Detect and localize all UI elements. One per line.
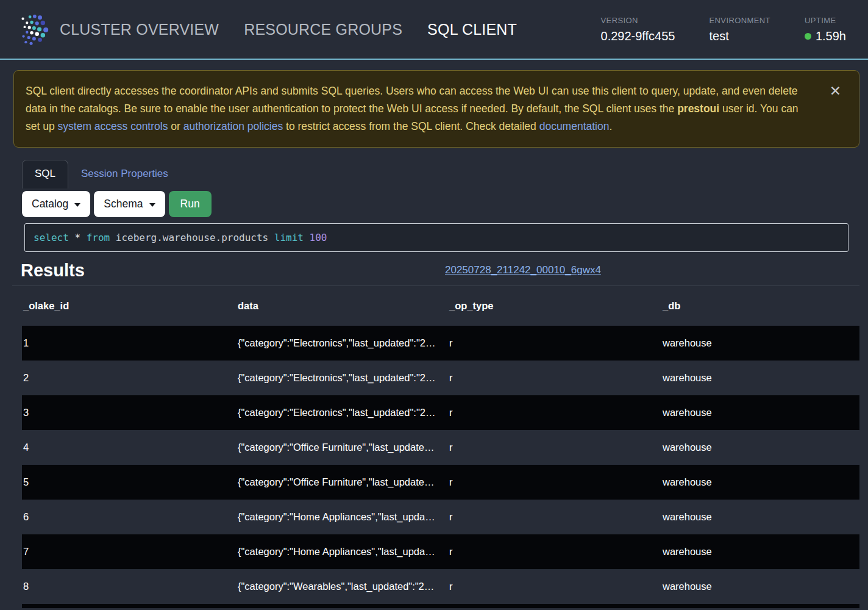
run-button[interactable]: Run <box>169 191 212 217</box>
table-row-partial <box>22 604 859 608</box>
query-toolbar: Catalog Schema Run <box>22 191 859 217</box>
cell-data: {"category":"Office Furniture","last_upd… <box>237 442 448 453</box>
results-table-header: _olake_id data _op_type _db <box>22 286 859 326</box>
uptime-text: 1.59h <box>816 29 846 43</box>
cell-olake-id: 1 <box>22 337 237 349</box>
sql-client-warning-banner: SQL client directly accesses the coordin… <box>13 70 859 148</box>
version-stat: VERSION 0.292-9ffc455 <box>601 16 675 43</box>
presto-logo-icon <box>16 11 49 48</box>
column-header-db: _db <box>661 300 859 312</box>
catalog-dropdown[interactable]: Catalog <box>22 191 90 217</box>
cell-olake-id: 4 <box>22 442 237 453</box>
cell-op-type: r <box>448 546 661 558</box>
nav-item-sql-client[interactable]: SQL CLIENT <box>427 21 517 38</box>
cell-data: {"category":"Electronics","last_updated"… <box>237 407 448 418</box>
cell-db: warehouse <box>661 581 859 592</box>
table-row: 4 {"category":"Office Furniture","last_u… <box>22 430 859 465</box>
cell-op-type: r <box>448 407 661 418</box>
environment-stat: ENVIRONMENT test <box>709 16 770 43</box>
cell-olake-id: 6 <box>22 511 237 523</box>
table-row: 1 {"category":"Electronics","last_update… <box>22 326 859 361</box>
cell-data: {"category":"Home Appliances","last_upda… <box>237 511 448 523</box>
banner-text: . <box>609 120 612 132</box>
banner-text: or <box>168 120 183 132</box>
cell-op-type: r <box>448 511 661 523</box>
tab-session-properties[interactable]: Session Properties <box>68 160 168 188</box>
table-row: 3 {"category":"Electronics","last_update… <box>22 395 859 430</box>
cell-op-type: r <box>448 442 661 453</box>
cell-olake-id: 8 <box>22 581 237 592</box>
column-header-op-type: _op_type <box>448 300 661 312</box>
system-access-controls-link[interactable]: system access controls <box>58 120 168 132</box>
uptime-label: UPTIME <box>805 16 846 25</box>
nav-item-resource-groups[interactable]: RESOURCE GROUPS <box>244 21 402 38</box>
results-table: _olake_id data _op_type _db 1 {"category… <box>22 286 859 604</box>
close-icon[interactable]: ✕ <box>830 84 841 98</box>
cell-data: {"category":"Wearables","last_updated":"… <box>237 581 448 592</box>
column-header-olake-id: _olake_id <box>22 300 237 312</box>
sql-token-number: 100 <box>310 232 327 243</box>
cell-op-type: r <box>448 476 661 488</box>
cell-op-type: r <box>448 372 661 384</box>
column-header-data: data <box>237 300 448 312</box>
cell-op-type: r <box>448 581 661 592</box>
environment-value: test <box>709 29 770 43</box>
table-row: 7 {"category":"Home Appliances","last_up… <box>22 534 859 569</box>
uptime-status-dot-icon <box>805 33 811 40</box>
table-row: 2 {"category":"Electronics","last_update… <box>22 361 859 395</box>
table-row: 8 {"category":"Wearables","last_updated"… <box>22 569 859 604</box>
environment-label: ENVIRONMENT <box>709 16 770 25</box>
cell-data: {"category":"Home Appliances","last_upda… <box>237 546 448 558</box>
cell-olake-id: 3 <box>22 407 237 418</box>
results-header: Results 20250728_211242_00010_6gwx4 <box>21 258 859 282</box>
chevron-down-icon <box>149 203 155 207</box>
cell-db: warehouse <box>661 442 859 453</box>
sql-token-operator: * <box>74 232 80 243</box>
nav-links: CLUSTER OVERVIEW RESOURCE GROUPS SQL CLI… <box>60 21 517 38</box>
banner-text: to restrict access from the SQL client. … <box>283 120 539 132</box>
cell-data: {"category":"Electronics","last_updated"… <box>237 337 448 349</box>
cell-data: {"category":"Electronics","last_updated"… <box>237 372 448 384</box>
cell-db: warehouse <box>661 407 859 418</box>
cluster-stats: VERSION 0.292-9ffc455 ENVIRONMENT test U… <box>601 16 846 43</box>
cell-db: warehouse <box>661 372 859 384</box>
results-title: Results <box>21 260 85 281</box>
version-value: 0.292-9ffc455 <box>601 29 675 43</box>
sql-token-keyword: limit <box>274 232 304 243</box>
catalog-dropdown-label: Catalog <box>32 198 68 210</box>
cell-db: warehouse <box>661 511 859 523</box>
version-label: VERSION <box>601 16 675 25</box>
cell-db: warehouse <box>661 476 859 488</box>
sql-token-identifier: iceberg.warehouse.products <box>116 232 268 243</box>
uptime-value: 1.59h <box>805 29 846 43</box>
cell-olake-id: 5 <box>22 476 237 488</box>
query-id-link[interactable]: 20250728_211242_00010_6gwx4 <box>445 264 601 276</box>
sql-token-keyword: select <box>34 232 69 243</box>
tab-sql[interactable]: SQL <box>22 160 68 188</box>
cell-olake-id: 7 <box>22 546 237 558</box>
nav-item-cluster-overview[interactable]: CLUSTER OVERVIEW <box>60 21 219 38</box>
cell-op-type: r <box>448 337 661 349</box>
top-navigation-bar: CLUSTER OVERVIEW RESOURCE GROUPS SQL CLI… <box>0 0 868 60</box>
cell-db: warehouse <box>661 546 859 558</box>
schema-dropdown-label: Schema <box>104 198 143 210</box>
cell-db: warehouse <box>661 337 859 349</box>
documentation-link[interactable]: documentation <box>539 120 610 132</box>
editor-tabs: SQL Session Properties <box>22 160 859 188</box>
table-row: 5 {"category":"Office Furniture","last_u… <box>22 465 859 500</box>
uptime-stat: UPTIME 1.59h <box>805 16 846 43</box>
banner-user-id: prestoui <box>677 102 719 115</box>
sql-token-keyword: from <box>87 232 110 243</box>
sql-editor-input[interactable]: select * from iceberg.warehouse.products… <box>24 223 848 252</box>
cell-data: {"category":"Office Furniture","last_upd… <box>237 476 448 488</box>
authorization-policies-link[interactable]: authorization policies <box>183 120 283 132</box>
cell-olake-id: 2 <box>22 372 237 384</box>
results-table-body: 1 {"category":"Electronics","last_update… <box>22 326 859 604</box>
chevron-down-icon <box>74 203 80 207</box>
schema-dropdown[interactable]: Schema <box>94 191 165 217</box>
table-row: 6 {"category":"Home Appliances","last_up… <box>22 500 859 534</box>
